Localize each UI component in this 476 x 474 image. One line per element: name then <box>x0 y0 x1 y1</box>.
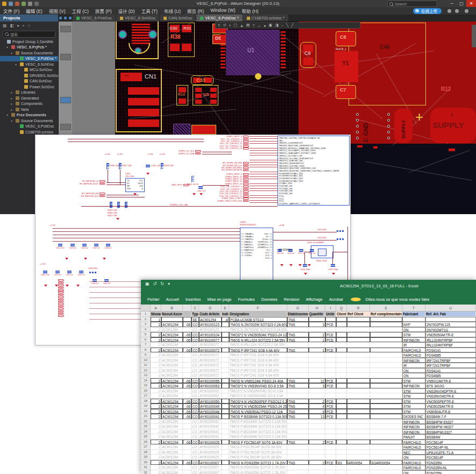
toolbar-icon[interactable]: ▤ <box>246 23 250 27</box>
table-cell[interactable] <box>347 342 370 348</box>
table-cell[interactable] <box>222 337 229 343</box>
table-cell[interactable]: INFINEON <box>402 337 425 343</box>
table-cell[interactable]: FDS4141 <box>425 348 476 353</box>
table-cell[interactable]: FAIRCHILD <box>402 348 425 353</box>
close-button[interactable]: ✕ <box>466 0 476 7</box>
table-cell[interactable] <box>370 317 402 322</box>
table-cell[interactable] <box>347 440 370 445</box>
menu-item[interactable]: Window (W) <box>207 8 238 14</box>
menu-item[interactable]: 工具 (T) <box>138 8 161 14</box>
table-cell[interactable] <box>287 363 309 368</box>
table-cell[interactable] <box>370 404 402 409</box>
u3-component[interactable]: U3 <box>193 85 218 105</box>
table-cell[interactable]: -06 <box>183 404 191 409</box>
toolbar-icon[interactable]: T <box>218 24 220 27</box>
column-header[interactable]: F <box>229 305 287 311</box>
table-cell[interactable] <box>347 332 370 337</box>
table-cell[interactable] <box>336 368 347 373</box>
table-cell[interactable] <box>287 429 309 435</box>
table-cell[interactable]: CO <box>191 383 199 388</box>
table-cell[interactable]: 2 <box>151 419 161 425</box>
table-cell[interactable] <box>336 373 347 378</box>
row-number[interactable]: 5 <box>141 332 151 337</box>
qat-dropdown-icon[interactable]: ▾ <box>168 281 170 286</box>
table-cell[interactable]: BSS84PW E6327 <box>425 419 476 425</box>
table-cell[interactable]: NEC <box>402 450 425 455</box>
table-cell[interactable] <box>347 455 370 460</box>
table-cell[interactable]: CO <box>191 409 199 414</box>
table-cell[interactable] <box>336 363 347 368</box>
table-cell[interactable]: TMOS P IRF7241 SO8 4.9A 40V <box>229 352 287 358</box>
table-cell[interactable] <box>336 424 347 429</box>
table-cell[interactable] <box>347 414 370 419</box>
table-cell[interactable]: INFINEON <box>402 419 425 425</box>
table-cell[interactable]: CO <box>191 434 199 440</box>
table-cell[interactable]: SGAR00054 <box>370 460 402 465</box>
table-cell[interactable]: AY90100072 <box>199 373 222 378</box>
redo-icon[interactable] <box>34 2 39 6</box>
table-cell[interactable]: 2 <box>151 450 161 455</box>
table-cell[interactable]: 2 <box>151 409 161 414</box>
table-cell[interactable] <box>309 342 325 348</box>
column-header[interactable]: G <box>287 305 309 311</box>
table-cell[interactable]: TMOS P FDC5614P SOT6 3A 60V <box>229 444 287 450</box>
open-icon[interactable] <box>15 2 19 6</box>
table-cell[interactable]: AC901294 <box>161 378 183 384</box>
table-cell[interactable]: -06 <box>183 348 191 353</box>
table-cell[interactable] <box>325 424 336 429</box>
table-cell[interactable]: CO <box>191 429 199 435</box>
table-cell[interactable] <box>336 404 347 409</box>
table-cell[interactable] <box>287 465 309 470</box>
table-cell[interactable] <box>222 434 229 440</box>
table-cell[interactable]: 9 <box>309 409 325 414</box>
table-cell[interactable]: FDC5614P <box>425 440 476 445</box>
table-cell[interactable]: 2 <box>151 342 161 348</box>
c33-component[interactable]: C33 <box>191 75 214 85</box>
table-cell[interactable] <box>347 470 370 474</box>
table-cell[interactable]: -06 <box>183 399 191 404</box>
table-cell[interactable]: PCE <box>325 414 336 419</box>
table-cell[interactable] <box>336 358 347 363</box>
table-cell[interactable] <box>325 342 336 348</box>
table-cell[interactable]: 1 <box>151 317 161 322</box>
table-cell[interactable] <box>347 337 370 343</box>
table-cell[interactable]: STM <box>402 332 425 337</box>
table-cell[interactable] <box>287 358 309 363</box>
table-cell[interactable]: CO <box>191 352 199 358</box>
p1-supply-pad[interactable]: 1 SUPPLY <box>430 108 476 143</box>
table-cell[interactable] <box>222 352 229 358</box>
column-header[interactable] <box>183 305 191 311</box>
tree-item[interactable]: ▸Nets <box>0 107 58 112</box>
table-cell[interactable] <box>425 317 476 322</box>
table-cell[interactable]: ON <box>402 373 425 378</box>
table-cell[interactable]: AY90100123 <box>199 322 222 327</box>
table-cell[interactable] <box>347 419 370 425</box>
row-number[interactable]: 3 <box>141 322 151 327</box>
table-cell[interactable]: FAIRCHILD <box>402 465 425 470</box>
table-cell[interactable] <box>222 465 229 470</box>
table-cell[interactable] <box>222 378 229 384</box>
maximize-button[interactable]: ▢ <box>457 0 466 7</box>
table-cell[interactable]: CO <box>191 322 199 327</box>
row-number[interactable]: 8 <box>141 348 151 353</box>
table-cell[interactable]: STM <box>402 388 425 394</box>
row-number[interactable]: 24 <box>141 429 151 435</box>
table-cell[interactable]: AR00054 <box>347 460 370 465</box>
table-cell[interactable] <box>325 465 336 470</box>
table-cell[interactable]: 2 <box>151 393 161 399</box>
table-cell[interactable] <box>222 455 229 460</box>
table-cell[interactable] <box>336 322 347 327</box>
table-cell[interactable] <box>287 368 309 373</box>
table-cell[interactable]: TNS <box>287 399 309 404</box>
table-cell[interactable]: FDS4685 <box>425 352 476 358</box>
column-header[interactable]: B <box>161 305 183 311</box>
table-cell[interactable]: AC901294 <box>161 383 183 388</box>
table-cell[interactable] <box>370 348 402 353</box>
table-cell[interactable]: TMOS*2 N VND5050AK PSSO-24 12A <box>229 332 287 337</box>
table-cell[interactable]: AC901294 <box>161 363 183 368</box>
table-cell[interactable] <box>336 409 347 414</box>
table-cell[interactable]: CO <box>191 424 199 429</box>
table-cell[interactable] <box>347 378 370 384</box>
row-number[interactable]: 4 <box>141 327 151 332</box>
table-cell[interactable] <box>222 368 229 373</box>
